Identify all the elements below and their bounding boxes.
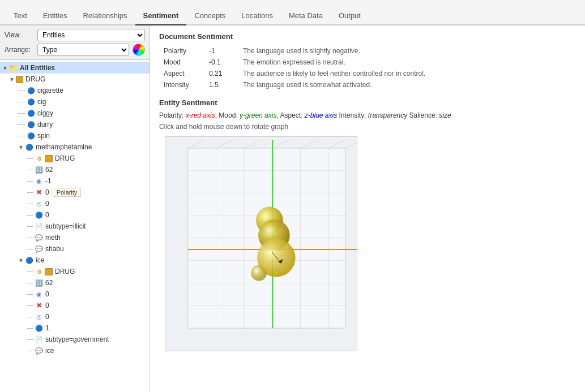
dash-icon <box>27 283 33 283</box>
cross-icon: ✖ <box>35 188 44 197</box>
tab-relationships[interactable]: Relationships <box>75 7 135 25</box>
tab-text[interactable]: Text <box>6 7 35 25</box>
tree-ice[interactable]: ▼ 🔵 ice <box>0 255 150 266</box>
dash-icon <box>27 226 33 227</box>
all-entities-label: All Entities <box>20 64 55 72</box>
tree-meth-drug[interactable]: ⚙ DRUG <box>0 153 150 164</box>
intensity-value: 1.5 <box>204 79 238 91</box>
svg-point-30 <box>257 239 296 277</box>
mood-desc: The emotion expressed is neutral. <box>238 57 576 68</box>
entity-sentiment-graph[interactable] <box>165 136 357 351</box>
expand-meth-icon[interactable]: ▼ <box>18 144 24 150</box>
cross-ice-icon: ✖ <box>35 301 44 310</box>
tab-sentiment[interactable]: Sentiment <box>135 7 187 25</box>
tree-cigarette[interactable]: 🔵 cigarette <box>0 85 150 96</box>
color-wheel-icon[interactable] <box>133 44 145 56</box>
tab-concepts[interactable]: Concepts <box>186 7 233 25</box>
tree-ice-1[interactable]: 🔵 1 <box>0 322 150 334</box>
folder-icon: 📁 <box>9 63 18 72</box>
cig-label: cig <box>37 98 46 106</box>
tree-ciggy[interactable]: 🔵 ciggy <box>0 107 150 119</box>
circle3-ice-icon: 🔵 <box>35 324 44 333</box>
tree-meth-meth[interactable]: 💬 meth <box>0 232 150 243</box>
mood-label: Mood <box>159 57 204 68</box>
tree-cig[interactable]: 🔵 cig <box>0 96 150 107</box>
circle2-icon: ◎ <box>35 199 44 208</box>
ice-label: ice <box>36 256 44 264</box>
tree-meth-0-cross[interactable]: ✖ 0 Polarity <box>0 187 150 198</box>
tree-drug[interactable]: ▼ DRUG <box>0 74 150 85</box>
drug-box-icon <box>16 76 23 83</box>
expand-ice-icon[interactable]: ▼ <box>18 257 24 263</box>
durry-label: durry <box>37 120 53 128</box>
tree-meth-neg1[interactable]: ◉ -1 <box>0 175 150 187</box>
dash-icon <box>27 339 33 340</box>
drug-box-ice-icon <box>45 268 53 275</box>
num-ice-icon: 🔢 <box>35 278 44 287</box>
entity-tree: ▼ 📁 All Entities ▼ DRUG 🔵 cigarette 🔵 ci… <box>0 60 150 392</box>
content-area: Document Sentiment Polarity -1 The langu… <box>150 25 585 392</box>
tree-spin[interactable]: 🔵 spin <box>0 130 150 141</box>
entity-sentiment-title: Entity Sentiment <box>159 98 576 107</box>
doc-icon: 📄 <box>35 222 44 231</box>
view-select[interactable]: Entities <box>37 29 145 41</box>
tree-ice-0-cross[interactable]: ✖ 0 <box>0 300 150 311</box>
aspect-desc: The audience is likely to feel neither c… <box>238 68 576 79</box>
axis-legend: Polarity: x-red axis, Mood: y-green axis… <box>159 110 576 120</box>
arrange-label: Arrange: <box>5 46 34 54</box>
meth-neg1-label: -1 <box>45 177 52 185</box>
tree-methamphetamine[interactable]: ▼ 🔵 methamphetamine <box>0 141 150 153</box>
leaf-icon: 🔵 <box>27 131 36 140</box>
speech2-icon: 💬 <box>35 244 44 253</box>
tree-meth-subtype-illicit[interactable]: 📄 subtype=illicit <box>0 221 150 232</box>
dash-icon <box>27 181 33 182</box>
x-red-label: x-red axis <box>186 111 215 119</box>
top-tabs: Text Entities Relationships Sentiment Co… <box>0 0 585 25</box>
tab-locations[interactable]: Locations <box>233 7 281 25</box>
tree-ice-62[interactable]: 🔢 62 <box>0 277 150 288</box>
ice-drug-label: DRUG <box>55 268 75 275</box>
circle-icon: ◉ <box>35 176 44 186</box>
group-icon: ⚙ <box>35 154 44 163</box>
tree-ice-subtype-gov[interactable]: 📄 subtype=government <box>0 334 150 345</box>
tree-meth-0-3[interactable]: 🔵 0 <box>0 209 150 221</box>
view-label: View: <box>5 31 34 39</box>
circle2-ice-icon: ◎ <box>35 312 44 321</box>
main-layout: View: Entities Arrange: Type ▼ 📁 All Ent… <box>0 25 585 392</box>
tree-meth-62[interactable]: 🔢 62 <box>0 164 150 175</box>
tree-meth-0-2[interactable]: ◎ 0 <box>0 198 150 209</box>
meth-0-cross-label: 0 <box>45 188 49 196</box>
cigarette-label: cigarette <box>37 87 63 94</box>
polarity-desc: The language used is slightly negative. <box>238 45 576 57</box>
meth-shabu-label: shabu <box>45 245 64 253</box>
tree-ice-0-2[interactable]: ◎ 0 <box>0 311 150 322</box>
dash-icon <box>18 136 25 136</box>
sentiment-table: Polarity -1 The language used is slightl… <box>159 45 576 91</box>
expand-icon[interactable]: ▼ <box>2 65 8 71</box>
arrange-select[interactable]: Type <box>37 44 129 56</box>
speech-icon: 💬 <box>35 233 44 242</box>
circle3-icon: 🔵 <box>35 210 44 219</box>
tab-output[interactable]: Output <box>331 7 369 25</box>
ice-1-label: 1 <box>45 324 49 332</box>
tree-durry[interactable]: 🔵 durry <box>0 119 150 130</box>
dash-icon <box>27 351 33 351</box>
ice-ice-label: ice <box>45 347 54 355</box>
mood-value: -0.1 <box>204 57 238 68</box>
tree-all-entities[interactable]: ▼ 📁 All Entities <box>0 62 150 74</box>
leaf-icon: 🔵 <box>27 86 36 95</box>
aspect-label: Aspect <box>159 68 204 79</box>
circle-ice-icon: ◉ <box>35 290 44 299</box>
tree-ice-ice[interactable]: 💬 ice <box>0 345 150 356</box>
table-row-aspect: Aspect 0.21 The audience is likely to fe… <box>159 68 576 79</box>
size-label: size <box>439 111 451 119</box>
leaf-icon: 🔵 <box>25 143 34 152</box>
tree-ice-0-1[interactable]: ◉ 0 <box>0 288 150 300</box>
ice-0-1-label: 0 <box>45 290 49 298</box>
tree-ice-drug[interactable]: ⚙ DRUG <box>0 266 150 277</box>
tab-entities[interactable]: Entities <box>35 7 75 25</box>
tab-metadata[interactable]: Meta Data <box>281 7 331 25</box>
expand-drug-icon[interactable]: ▼ <box>9 76 15 82</box>
tree-meth-shabu[interactable]: 💬 shabu <box>0 243 150 255</box>
dash-icon <box>27 328 33 329</box>
